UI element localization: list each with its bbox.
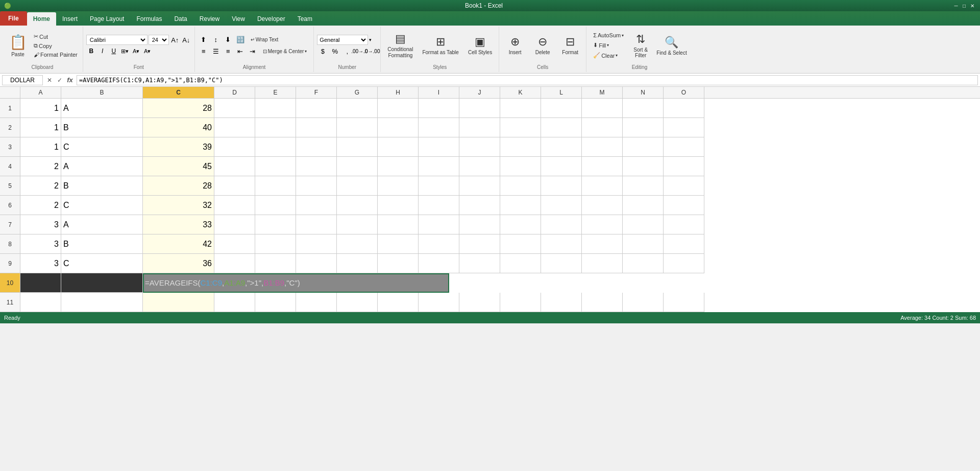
- cell-K6[interactable]: [500, 196, 541, 215]
- cell-I8[interactable]: [419, 234, 459, 254]
- cell-F9[interactable]: [296, 254, 337, 273]
- cell-F3[interactable]: [296, 137, 337, 157]
- cell-G7[interactable]: [337, 215, 378, 234]
- cell-E7[interactable]: [255, 215, 296, 234]
- cell-K2[interactable]: [500, 118, 541, 137]
- cell-F1[interactable]: [296, 99, 337, 118]
- format-painter-button[interactable]: 🖌 Format Painter: [32, 51, 80, 59]
- tab-home[interactable]: Home: [27, 12, 56, 26]
- col-header-N[interactable]: N: [623, 87, 664, 98]
- autosum-button[interactable]: Σ AutoSum ▾: [590, 31, 627, 40]
- tab-data[interactable]: Data: [168, 12, 193, 26]
- orientation-button[interactable]: 🔡: [235, 34, 246, 44]
- cell-G8[interactable]: [337, 234, 378, 254]
- align-center-button[interactable]: ☰: [210, 46, 222, 56]
- delete-button[interactable]: ⊖ Delete: [530, 28, 555, 63]
- cell-D4[interactable]: [214, 157, 255, 176]
- cell-I3[interactable]: [419, 137, 459, 157]
- cell-N3[interactable]: [623, 137, 664, 157]
- col-header-A[interactable]: A: [20, 87, 61, 98]
- cell-J7[interactable]: [459, 215, 500, 234]
- font-shrink-button[interactable]: A↓: [181, 35, 191, 45]
- cell-L1[interactable]: [541, 99, 582, 118]
- cell-M2[interactable]: [582, 118, 623, 137]
- percent-button[interactable]: %: [329, 46, 340, 56]
- cell-G9[interactable]: [337, 254, 378, 273]
- cell-C2[interactable]: 40: [143, 118, 214, 137]
- cell-I11[interactable]: [419, 293, 459, 312]
- cell-O4[interactable]: [664, 157, 704, 176]
- cell-G5[interactable]: [337, 176, 378, 196]
- col-header-G[interactable]: G: [337, 87, 378, 98]
- cell-N9[interactable]: [623, 254, 664, 273]
- cell-O2[interactable]: [664, 118, 704, 137]
- cell-I5[interactable]: [419, 176, 459, 196]
- cell-N2[interactable]: [623, 118, 664, 137]
- col-header-B[interactable]: B: [61, 87, 143, 98]
- col-header-D[interactable]: D: [214, 87, 255, 98]
- cell-A2[interactable]: 1: [20, 118, 61, 137]
- cell-A9[interactable]: 3: [20, 254, 61, 273]
- cell-C8[interactable]: 42: [143, 234, 214, 254]
- cell-J4[interactable]: [459, 157, 500, 176]
- col-header-E[interactable]: E: [255, 87, 296, 98]
- cell-N1[interactable]: [623, 99, 664, 118]
- cell-B11[interactable]: [61, 293, 143, 312]
- border-button[interactable]: ⊞▾: [120, 46, 130, 56]
- tab-team[interactable]: Team: [291, 12, 318, 26]
- cell-J9[interactable]: [459, 254, 500, 273]
- insert-button[interactable]: ⊕ Insert: [502, 28, 528, 63]
- corner-cell[interactable]: [0, 87, 20, 98]
- row-header-8[interactable]: 8: [0, 234, 20, 254]
- cell-E11[interactable]: [255, 293, 296, 312]
- cell-L5[interactable]: [541, 176, 582, 196]
- format-button[interactable]: ⊟ Format: [557, 28, 583, 63]
- format-as-table-button[interactable]: ⊞ Format as Table: [419, 28, 462, 63]
- minimize-button[interactable]: ─: [952, 2, 960, 9]
- cell-K11[interactable]: [500, 293, 541, 312]
- cell-G2[interactable]: [337, 118, 378, 137]
- cell-F6[interactable]: [296, 196, 337, 215]
- cell-C9[interactable]: 36: [143, 254, 214, 273]
- cell-C5[interactable]: 28: [143, 176, 214, 196]
- cell-O8[interactable]: [664, 234, 704, 254]
- cell-K8[interactable]: [500, 234, 541, 254]
- cell-H5[interactable]: [378, 176, 419, 196]
- conditional-formatting-button[interactable]: ▤ ConditionalFormatting: [384, 28, 416, 63]
- cell-F7[interactable]: [296, 215, 337, 234]
- cell-C7[interactable]: 33: [143, 215, 214, 234]
- tab-review[interactable]: Review: [193, 12, 226, 26]
- name-box[interactable]: [2, 75, 43, 85]
- cell-E9[interactable]: [255, 254, 296, 273]
- cell-C10[interactable]: =AVERAGEIFS(C1:C9,A1:A9,">1",B1:B9,"C"): [143, 273, 449, 293]
- row-header-11[interactable]: 11: [0, 293, 20, 312]
- find-select-button[interactable]: 🔍 Find & Select: [654, 28, 689, 63]
- cell-E5[interactable]: [255, 176, 296, 196]
- font-name-select[interactable]: Calibri: [86, 35, 148, 45]
- cell-I9[interactable]: [419, 254, 459, 273]
- col-header-M[interactable]: M: [582, 87, 623, 98]
- cell-J5[interactable]: [459, 176, 500, 196]
- cell-J2[interactable]: [459, 118, 500, 137]
- align-middle-button[interactable]: ↕: [210, 34, 222, 44]
- cell-I4[interactable]: [419, 157, 459, 176]
- cell-D8[interactable]: [214, 234, 255, 254]
- cell-M6[interactable]: [582, 196, 623, 215]
- cell-M1[interactable]: [582, 99, 623, 118]
- cell-D6[interactable]: [214, 196, 255, 215]
- cell-J1[interactable]: [459, 99, 500, 118]
- cell-D9[interactable]: [214, 254, 255, 273]
- cell-C6[interactable]: 32: [143, 196, 214, 215]
- cell-I6[interactable]: [419, 196, 459, 215]
- cell-K7[interactable]: [500, 215, 541, 234]
- clear-button[interactable]: 🧹 Clear ▾: [590, 51, 627, 60]
- cell-G1[interactable]: [337, 99, 378, 118]
- fx-button[interactable]: fx: [65, 76, 75, 85]
- italic-button[interactable]: I: [97, 46, 108, 56]
- cell-H6[interactable]: [378, 196, 419, 215]
- font-size-select[interactable]: 24: [149, 35, 169, 45]
- cell-B2[interactable]: B: [61, 118, 143, 137]
- copy-button[interactable]: ⧉ Copy: [32, 41, 80, 50]
- decrease-indent-button[interactable]: ⇤: [235, 46, 246, 56]
- cell-N5[interactable]: [623, 176, 664, 196]
